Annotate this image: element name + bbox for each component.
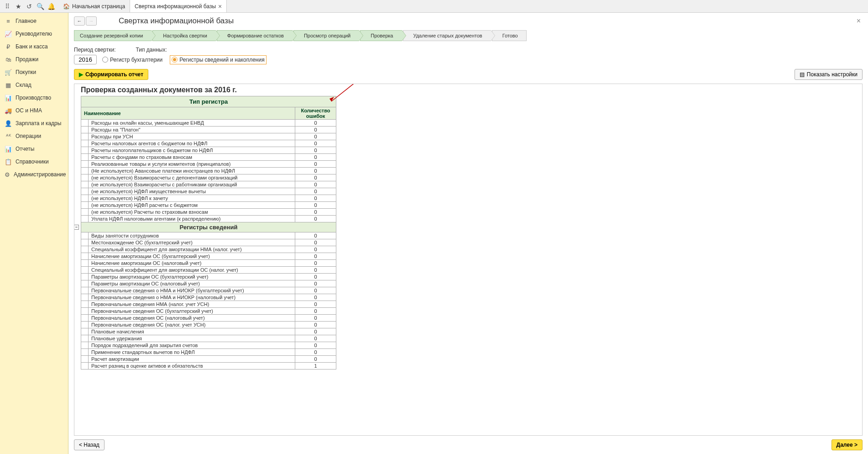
table-row[interactable]: Расходы на "Платон"0 bbox=[81, 127, 336, 133]
tab-active[interactable]: Свертка информационной базы × bbox=[130, 0, 227, 12]
table-row[interactable]: Расчет амортизации0 bbox=[81, 356, 336, 363]
table-row[interactable]: Первоначальные сведения ОС (налог. учет … bbox=[81, 322, 336, 328]
table-row[interactable]: Виды занятости сотрудников0 bbox=[81, 232, 336, 239]
report-area[interactable]: Проверка созданных документов за 2016 г.… bbox=[74, 84, 863, 436]
wizard-step[interactable]: Формирование остатков bbox=[217, 30, 293, 41]
table-row[interactable]: (Не используется) Авансовые платежи инос… bbox=[81, 168, 336, 174]
home-icon: 🏠 bbox=[63, 3, 70, 10]
sidebar-item-label: Продажи bbox=[16, 56, 38, 63]
table-row[interactable]: (не используется) Расчеты по страховым в… bbox=[81, 209, 336, 216]
row-name: Уплата НДФЛ налоговыми агентами (к распр… bbox=[89, 216, 295, 222]
row-name: Расчеты с фондами по страховым взносам bbox=[89, 154, 295, 161]
row-count: 0 bbox=[295, 174, 336, 181]
next-button[interactable]: Далее > bbox=[831, 439, 863, 450]
nav-forward-button[interactable]: → bbox=[86, 16, 97, 26]
table-row[interactable]: Расходы при УСН0 bbox=[81, 133, 336, 140]
row-count: 0 bbox=[295, 239, 336, 246]
table-row[interactable]: Порядок подразделений для закрытия счето… bbox=[81, 342, 336, 349]
wizard-step[interactable]: Готово bbox=[492, 30, 527, 41]
table-row[interactable]: Уплата НДФЛ налоговыми агентами (к распр… bbox=[81, 216, 336, 222]
table-row[interactable]: Первоначальные сведения НМА (налог. учет… bbox=[81, 301, 336, 308]
table-row[interactable]: Плановые начисления0 bbox=[81, 328, 336, 335]
period-label: Период свертки: bbox=[74, 47, 116, 53]
sidebar-item[interactable]: 📊Отчеты bbox=[0, 143, 68, 155]
table-row[interactable]: Начисление амортизации ОС (налоговый уче… bbox=[81, 260, 336, 267]
sidebar-item[interactable]: 📋Справочники bbox=[0, 155, 68, 168]
table-row[interactable]: Расчеты налогоплательщиков с бюджетом по… bbox=[81, 147, 336, 154]
wizard-step[interactable]: Проверка bbox=[360, 30, 402, 41]
radio-accounting[interactable]: Регистр бухгалтерии bbox=[102, 57, 162, 63]
tab-home-label: Начальная страница bbox=[72, 3, 125, 10]
row-count: 0 bbox=[295, 342, 336, 349]
table-row[interactable]: Параметры амортизации ОС (налоговый учет… bbox=[81, 280, 336, 287]
table-row[interactable]: Местонахождение ОС (бухгалтерский учет)0 bbox=[81, 239, 336, 246]
wizard-step[interactable]: Создание резервной копии bbox=[74, 30, 152, 41]
table-row[interactable]: Реализованные товары и услуги комитентов… bbox=[81, 161, 336, 168]
wizard-step[interactable]: Удаление старых документов bbox=[403, 30, 491, 41]
sidebar-item[interactable]: 📊Производство bbox=[0, 91, 68, 104]
radio-registers[interactable]: Регистры сведений и накопления bbox=[170, 55, 266, 64]
row-name: Расходы при УСН bbox=[89, 133, 295, 140]
collapse-icon[interactable]: − bbox=[74, 225, 79, 230]
row-name: Местонахождение ОС (бухгалтерский учет) bbox=[89, 239, 295, 246]
table-row[interactable]: Первоначальные сведения о НМА и НИОКР (б… bbox=[81, 287, 336, 294]
play-icon: ▶ bbox=[79, 71, 83, 78]
table-row[interactable]: Начисление амортизации ОС (бухгалтерский… bbox=[81, 253, 336, 260]
radio-icon bbox=[102, 57, 108, 63]
table-row[interactable]: Расчеты налоговых агентов с бюджетом по … bbox=[81, 140, 336, 147]
nav-back-button[interactable]: ← bbox=[74, 16, 85, 26]
tab-close-icon[interactable]: × bbox=[218, 3, 222, 10]
bell-icon[interactable]: 🔔 bbox=[46, 1, 57, 12]
table-row[interactable]: Первоначальные сведения ОС (бухгалтерски… bbox=[81, 308, 336, 315]
content: ← → Свертка информационной базы × Создан… bbox=[68, 13, 868, 454]
sidebar-item[interactable]: 🛍Продажи bbox=[0, 53, 68, 66]
sidebar-item[interactable]: ⚙Администрирование bbox=[0, 168, 68, 181]
row-name: Специальный коэффициент для амортизации … bbox=[89, 267, 295, 274]
back-button[interactable]: < Назад bbox=[74, 439, 105, 450]
table-row[interactable]: Первоначальные сведения ОС (налоговый уч… bbox=[81, 315, 336, 322]
row-count: 0 bbox=[295, 216, 336, 222]
wizard-step[interactable]: Просмотр операций bbox=[293, 30, 359, 41]
close-icon[interactable]: × bbox=[855, 17, 863, 25]
page-title: Свертка информационной базы bbox=[119, 16, 234, 26]
table-row[interactable]: Применение стандартных вычетов по НДФЛ0 bbox=[81, 349, 336, 356]
row-name: Расчет разниц в оценке активов и обязате… bbox=[89, 363, 295, 370]
table-row[interactable]: Плановые удержания0 bbox=[81, 335, 336, 342]
show-settings-button[interactable]: ▤ Показать настройки bbox=[795, 69, 863, 80]
star-icon[interactable]: ★ bbox=[13, 1, 24, 12]
sidebar-item[interactable]: 👤Зарплата и кадры bbox=[0, 117, 68, 130]
wizard-steps: Создание резервной копииНастройка свертк… bbox=[74, 30, 863, 41]
row-count: 0 bbox=[295, 154, 336, 161]
sidebar-icon: 🛍 bbox=[5, 56, 12, 63]
row-count: 0 bbox=[295, 147, 336, 154]
sidebar-item[interactable]: 📈Руководителю bbox=[0, 27, 68, 40]
table-row[interactable]: (не используется) Взаиморасчеты с депоне… bbox=[81, 174, 336, 181]
sidebar-item[interactable]: 🚚ОС и НМА bbox=[0, 104, 68, 117]
table-row[interactable]: (не используется) НДФЛ имущественные выч… bbox=[81, 188, 336, 195]
table-row[interactable]: Расчет разниц в оценке активов и обязате… bbox=[81, 363, 336, 370]
sidebar-item[interactable]: ≡Главное bbox=[0, 15, 68, 27]
row-name: Первоначальные сведения ОС (налог. учет … bbox=[89, 322, 295, 328]
table-row[interactable]: (не используется) Взаиморасчеты с работн… bbox=[81, 181, 336, 188]
table-row[interactable]: Расчеты с фондами по страховым взносам0 bbox=[81, 154, 336, 161]
table-row[interactable]: Первоначальные сведения о НМА и НИОКР (н… bbox=[81, 294, 336, 301]
apps-icon[interactable]: ⠿ bbox=[2, 1, 13, 12]
row-count: 0 bbox=[295, 181, 336, 188]
tab-home[interactable]: 🏠 Начальная страница bbox=[58, 0, 130, 12]
table-row[interactable]: Специальный коэффициент для амортизации … bbox=[81, 246, 336, 253]
sidebar-item[interactable]: ▦Склад bbox=[0, 79, 68, 91]
period-input[interactable] bbox=[74, 55, 97, 64]
table-row[interactable]: (не используется) НДФЛ к зачету0 bbox=[81, 195, 336, 202]
table-row[interactable]: Расходы на онлайн кассы, уменьшающие ЕНВ… bbox=[81, 120, 336, 127]
row-name: Первоначальные сведения ОС (налоговый уч… bbox=[89, 315, 295, 322]
history-icon[interactable]: ↺ bbox=[24, 1, 35, 12]
sidebar-item[interactable]: ᴬᴷОперации bbox=[0, 130, 68, 143]
generate-report-button[interactable]: ▶ Сформировать отчет bbox=[74, 69, 148, 80]
search-icon[interactable]: 🔍 bbox=[35, 1, 46, 12]
table-row[interactable]: (не используется) НДФЛ расчеты с бюджето… bbox=[81, 202, 336, 209]
wizard-step[interactable]: Настройка свертки bbox=[152, 30, 215, 41]
table-row[interactable]: Специальный коэффициент для амортизации … bbox=[81, 267, 336, 274]
sidebar-item[interactable]: ₽Банк и касса bbox=[0, 40, 68, 53]
table-row[interactable]: Параметры амортизации ОС (бухгалтерский … bbox=[81, 274, 336, 280]
sidebar-item[interactable]: 🛒Покупки bbox=[0, 66, 68, 79]
